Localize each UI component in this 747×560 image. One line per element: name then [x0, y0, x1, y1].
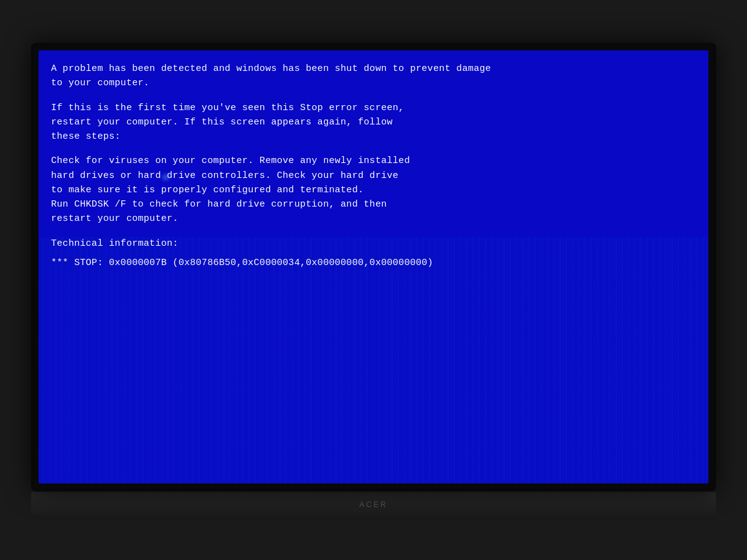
- steps-line2: hard drives or hard drive controllers. C…: [51, 169, 696, 183]
- stop-code-section: *** STOP: 0x0000007B (0x80786B50,0xC0000…: [51, 256, 696, 270]
- first-time-line2: restart your computer. If this screen ap…: [51, 115, 696, 129]
- first-time-line1: If this is the first time you've seen th…: [51, 101, 696, 115]
- laptop-bottom-bar: Acer: [31, 492, 716, 517]
- screen-glow-artifact: [163, 175, 168, 180]
- bsod-content: A problem has been detected and windows …: [39, 50, 708, 281]
- intro-paragraph: A problem has been detected and windows …: [51, 62, 696, 91]
- screen-bezel: A problem has been detected and windows …: [31, 43, 716, 491]
- steps-paragraph: Check for viruses on your computer. Remo…: [51, 154, 696, 226]
- steps-line1: Check for viruses on your computer. Remo…: [51, 154, 696, 168]
- stop-code-text: *** STOP: 0x0000007B (0x80786B50,0xC0000…: [51, 256, 696, 270]
- intro-line1: A problem has been detected and windows …: [51, 62, 696, 76]
- first-time-paragraph: If this is the first time you've seen th…: [51, 101, 696, 144]
- laptop-brand-logo: Acer: [359, 500, 387, 509]
- technical-info-header: Technical information:: [51, 236, 696, 251]
- steps-line4: Run CHKDSK /F to check for hard drive co…: [51, 197, 696, 212]
- technical-label: Technical information:: [51, 236, 696, 251]
- bsod-screen: A problem has been detected and windows …: [39, 50, 708, 483]
- laptop-frame: A problem has been detected and windows …: [0, 0, 747, 560]
- steps-line5: restart your computer.: [51, 212, 696, 226]
- first-time-line3: these steps:: [51, 129, 696, 144]
- intro-line2: to your computer.: [51, 76, 696, 90]
- steps-line3: to make sure it is properly configured a…: [51, 183, 696, 197]
